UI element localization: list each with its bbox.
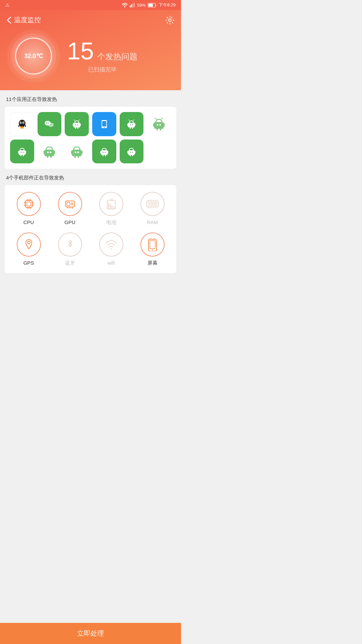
svg-rect-61 xyxy=(45,150,54,156)
svg-rect-57 xyxy=(23,154,24,156)
svg-point-132 xyxy=(111,248,112,250)
temp-circle-wrap: 32.0℃ xyxy=(10,33,57,79)
list-item[interactable] xyxy=(120,140,144,164)
svg-rect-71 xyxy=(81,151,82,154)
svg-rect-23 xyxy=(73,123,74,126)
svg-rect-83 xyxy=(128,150,135,155)
svg-rect-25 xyxy=(75,127,76,129)
component-wifi[interactable]: wifi xyxy=(90,232,132,266)
svg-point-28 xyxy=(77,124,78,125)
svg-point-40 xyxy=(132,124,133,125)
svg-rect-119 xyxy=(148,202,150,206)
svg-rect-122 xyxy=(156,202,157,206)
svg-rect-120 xyxy=(151,202,152,206)
components-grid: CPU GPU xyxy=(8,192,173,266)
svg-point-21 xyxy=(52,124,53,125)
component-screen[interactable]: 屏幕 xyxy=(132,232,173,266)
list-item[interactable] xyxy=(10,112,34,136)
component-bluetooth[interactable]: 蓝牙 xyxy=(49,232,90,266)
main-content: 11个应用正在导致发热 xyxy=(0,90,181,303)
svg-rect-65 xyxy=(50,155,52,158)
ram-icon-wrap xyxy=(140,192,165,216)
svg-point-50 xyxy=(160,124,161,125)
svg-rect-47 xyxy=(157,128,158,130)
list-item[interactable] xyxy=(65,140,89,164)
components-card: CPU GPU xyxy=(5,185,176,273)
svg-rect-4 xyxy=(134,3,135,7)
svg-rect-35 xyxy=(127,123,128,126)
list-item[interactable] xyxy=(120,112,144,136)
svg-rect-105 xyxy=(67,202,70,206)
gps-icon-wrap xyxy=(17,232,41,257)
svg-rect-70 xyxy=(71,151,72,154)
list-item[interactable] xyxy=(92,112,116,136)
gpu-icon-wrap xyxy=(58,192,82,216)
svg-point-58 xyxy=(20,152,21,153)
svg-rect-87 xyxy=(132,154,133,156)
list-item[interactable] xyxy=(65,112,89,136)
issue-label: 个发热问题 xyxy=(97,51,137,62)
battery-label: 电池 xyxy=(106,219,116,226)
svg-line-30 xyxy=(79,120,79,120)
gpu-label: GPU xyxy=(64,219,75,225)
svg-rect-84 xyxy=(127,151,128,154)
cpu-label: CPU xyxy=(23,219,34,225)
cpu-icon-wrap xyxy=(17,192,41,216)
svg-point-82 xyxy=(105,152,106,153)
apps-card xyxy=(5,107,176,169)
svg-point-49 xyxy=(157,124,159,125)
svg-point-27 xyxy=(75,124,76,125)
warning-icon: ⚠ xyxy=(5,2,10,8)
svg-point-18 xyxy=(46,122,47,123)
svg-rect-2 xyxy=(131,4,132,7)
bluetooth-label: 蓝牙 xyxy=(65,260,75,266)
battery-icon-wrap xyxy=(99,192,123,216)
settings-button[interactable] xyxy=(166,16,174,24)
svg-rect-53 xyxy=(19,150,25,155)
screen-icon-wrap xyxy=(140,232,165,257)
header-title: 温度监控 xyxy=(14,15,41,24)
time-display: 下午8:29 xyxy=(159,2,176,8)
svg-rect-76 xyxy=(101,150,108,155)
svg-rect-64 xyxy=(47,155,48,158)
svg-rect-1 xyxy=(130,5,131,7)
list-item[interactable] xyxy=(38,112,62,136)
svg-rect-44 xyxy=(154,122,164,129)
component-cpu[interactable]: CPU xyxy=(8,192,49,226)
header-nav: 温度监控 xyxy=(7,15,174,24)
list-item[interactable] xyxy=(147,112,171,136)
component-battery[interactable]: 电池 xyxy=(90,192,132,226)
component-ram[interactable]: RAM xyxy=(132,192,173,226)
scan-status: 已扫描完毕 xyxy=(67,66,137,73)
svg-point-88 xyxy=(130,152,131,153)
component-gpu[interactable]: GPU xyxy=(49,192,90,226)
svg-rect-55 xyxy=(25,151,26,154)
gps-label: GPS xyxy=(23,260,34,266)
apps-section-title: 11个应用正在导致发热 xyxy=(0,90,181,107)
svg-rect-24 xyxy=(80,123,81,126)
list-item[interactable] xyxy=(10,140,34,164)
header-area: 温度监控 32.0℃ 15 个发热问题 已扫描完毕 xyxy=(0,10,181,90)
wifi-icon-wrap xyxy=(99,232,123,257)
list-item[interactable] xyxy=(92,140,116,164)
wifi-label: wifi xyxy=(108,260,115,266)
components-section-title: 4个手机部件正在导致发热 xyxy=(0,169,181,185)
component-gps[interactable]: GPS xyxy=(8,232,49,266)
svg-rect-6 xyxy=(148,4,153,7)
svg-line-42 xyxy=(133,120,134,120)
svg-point-20 xyxy=(50,124,51,125)
svg-point-135 xyxy=(152,250,153,251)
list-item[interactable] xyxy=(38,140,62,164)
svg-rect-80 xyxy=(105,154,106,156)
back-button[interactable]: 温度监控 xyxy=(7,15,41,24)
signal-icon xyxy=(130,3,135,7)
svg-point-14 xyxy=(20,122,21,123)
svg-point-7 xyxy=(169,19,171,21)
svg-rect-73 xyxy=(78,155,79,158)
ram-label: RAM xyxy=(147,219,158,225)
battery-percent: 59% xyxy=(137,3,146,8)
svg-rect-48 xyxy=(160,128,161,130)
svg-point-33 xyxy=(104,127,105,128)
svg-rect-26 xyxy=(77,127,78,129)
bluetooth-icon-wrap xyxy=(58,232,82,257)
